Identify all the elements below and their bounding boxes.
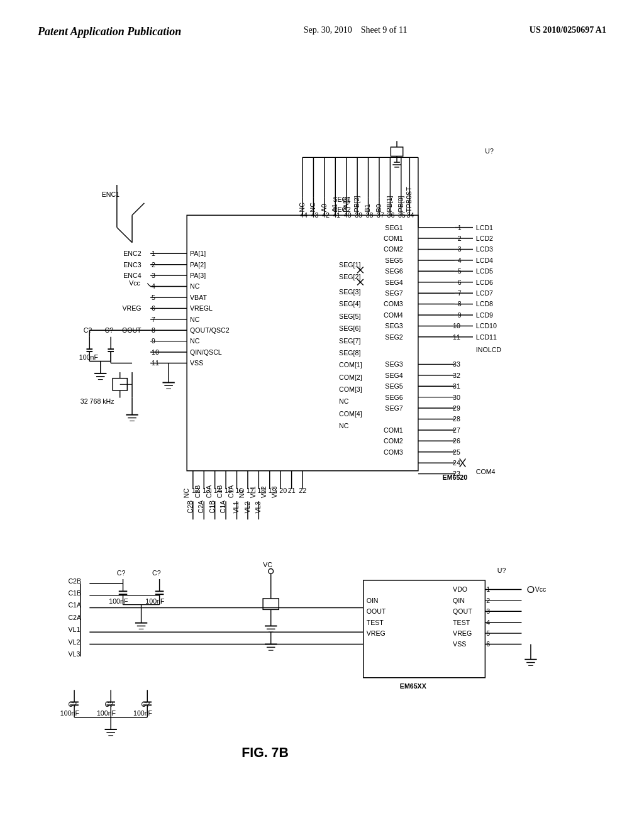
pin-1-em65: 1 [486,585,490,593]
page-header: Patent Application Publication Sep. 30, … [0,0,644,51]
pin-enc4-num: 3 [152,272,155,279]
pin-seg3-r-label: SEG3 [385,322,402,329]
pin-seg5-r-label: SEG5 [385,382,402,390]
test-em65-label: TEST [453,619,470,626]
pin-43-num: 43 [311,211,319,219]
patent-number: US 2010/0250697 A1 [530,25,606,35]
pin-9l-num: 9 [152,337,155,345]
pin-27-num: 27 [453,426,460,434]
pin-10l-num: 10 [152,348,159,356]
oin-label: OIN [367,597,379,604]
pin-seg6-r-label: SEG6 [385,394,402,401]
pin-6l-num: 6 [152,304,155,312]
qout-qsc2-label: QOUT/QSC2 [190,326,230,334]
c2a-left: C2A [68,614,82,621]
vl3-left: VL3 [68,650,80,658]
pin-22-num: 22 [299,487,306,494]
c2a-bot2: C2A [197,500,204,514]
pin-11l-num: 11 [152,359,159,367]
pin-34-num: 34 [407,211,414,219]
nc-9-label: NC [190,337,200,345]
pin-tpb0st-t: TPB0ST [405,187,413,213]
ic-u-label: U? [485,147,494,155]
seg8-int: SEG[8] [339,349,360,357]
pin-4-em65: 4 [486,619,490,626]
vreg-left-label: VREG [367,629,386,637]
pin-seg4-r-label: SEG4 [385,372,402,379]
com3-int: COM[3] [339,385,362,393]
pin-32-num: 32 [453,372,460,379]
vcc-label: Vcc [129,279,140,287]
100nf-b1: 100nF [109,597,128,605]
pin-pb2-t: PB[2] [353,196,360,212]
pin-37-num: 37 [377,211,384,219]
circuit-svg: U? EM6520 SEG1 1 LCD1 COM1 2 LCD2 COM2 3 [0,51,644,805]
qout-em65-label: QOUT [453,607,472,615]
pin-33-num: 33 [453,360,460,368]
pin-seg2-r-label: SEG2 [385,333,402,341]
pin-com2-r-label: COM2 [384,437,403,445]
vss-em65-label: VSS [453,640,466,648]
pin-42-num: 42 [322,211,330,219]
vl2-left: VL2 [68,638,80,646]
pin-vl1-b: VL1 [249,486,257,498]
pin-lcd8: LCD8 [476,300,493,307]
c1a-left: C1A [68,601,82,609]
c1b-left: C1B [68,589,81,597]
pin-c2b-b: C2B [194,485,201,499]
inolcd-label: INOLCD [476,346,501,353]
svg-point-135 [528,587,534,593]
pin-com1-r-label: COM1 [384,426,403,434]
pin-29-num: 29 [453,404,460,412]
vl1-left: VL1 [68,626,80,633]
100nf-c2: 100nF [97,709,116,717]
pin-com3-r-label: COM3 [384,448,403,456]
pin-26-num: 26 [453,437,460,445]
publication-date-sheet: Sep. 30, 2010 Sheet 9 of 11 [304,25,408,35]
c1b-bot2: C1B [208,501,216,514]
pin-pa0-t: PA[0] [342,196,350,212]
com4-int: COM[4] [339,410,362,418]
pin-8l-num: 8 [152,326,155,334]
pin-nc-t1: NC [298,202,306,213]
c2b-bot2: C2B [186,501,194,514]
svg-point-161 [269,569,274,574]
pin-lcd9: LCD9 [476,311,493,319]
pin-lcd10: LCD10 [476,322,497,329]
pa3-label: PA[3] [190,272,206,279]
pin-com2-label: COM2 [384,245,403,253]
publication-title: Patent Application Publication [38,25,181,38]
vreg-em65-label: VREG [453,629,472,637]
page: Patent Application Publication Sep. 30, … [0,0,644,830]
ic-u2-label: U? [497,567,506,574]
pin-c1a-b: C1A [227,485,235,499]
qin-em65-label: QIN [453,597,465,604]
100nf-c1: 100nF [60,709,80,717]
pin-41-num: 41 [333,211,340,219]
enc2-label: ENC2 [123,250,141,257]
100nf-c3: 100nF [133,709,153,717]
pin-24-num: 24 [453,459,460,467]
pin-pb0-t: PB[0] [397,196,404,212]
pin-36-num: 36 [387,211,395,219]
pin-enc3-num: 2 [152,261,155,268]
seg5-int: SEG[5] [339,313,360,320]
sheet-info: Sheet 9 of 11 [361,25,408,35]
com4-bottom-label: COM4 [476,468,496,475]
c2b-left: C2B [68,577,81,585]
pin-seg4-label: SEG4 [385,279,402,286]
pin-40-num: 40 [344,211,352,219]
seg3-int: SEG[3] [339,288,360,296]
pin-lcd7: LCD7 [476,289,493,297]
svg-line-111 [117,228,132,243]
100nf-b2: 100nF [145,597,165,605]
svg-line-113 [132,203,144,215]
pin-35-num: 35 [398,211,406,219]
pin-2-em65: 2 [486,597,490,604]
enc3-label: ENC3 [123,261,141,268]
crystal-freq-label: 32 768 kHz [80,397,114,405]
pin-com3-label: COM3 [384,300,403,307]
pin-25-num: 25 [453,448,460,456]
pin-lcd5: LCD5 [476,267,493,275]
pin-seg6-label: SEG6 [385,267,402,275]
